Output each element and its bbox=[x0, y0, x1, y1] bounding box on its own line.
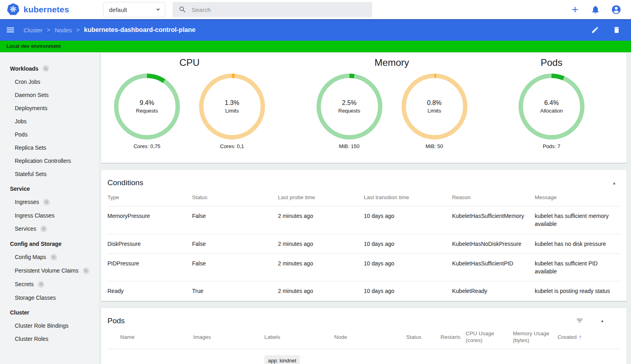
memory-title: Memory bbox=[375, 57, 409, 68]
column-header-actions bbox=[604, 327, 620, 349]
item-label: Jobs bbox=[15, 118, 27, 125]
breadcrumb-separator: > bbox=[76, 27, 79, 33]
column-header-transition: Last transition time bbox=[364, 189, 452, 206]
breadcrumb-nodes[interactable]: Nodes bbox=[55, 27, 72, 34]
conditions-title: Conditions bbox=[107, 178, 611, 187]
new-badge: N bbox=[40, 226, 47, 232]
cpu-chart-group: CPU 9.4% Requests bbox=[114, 57, 265, 149]
sidebar-section-workloads[interactable]: Workloads N bbox=[0, 62, 99, 75]
sidebar-item-replica-sets[interactable]: Replica Sets bbox=[0, 141, 99, 154]
breadcrumb-bar: Cluster > Nodes > kubernetes-dashboard-c… bbox=[0, 19, 631, 41]
namespace-selector[interactable]: default bbox=[103, 2, 165, 17]
add-icon[interactable] bbox=[570, 5, 580, 14]
search-input[interactable] bbox=[192, 6, 372, 13]
sidebar: Workloads N Cron Jobs Daemon Sets Deploy… bbox=[0, 52, 99, 364]
donut-footer: Pods: 7 bbox=[543, 143, 560, 149]
column-header-probe: Last probe time bbox=[278, 189, 364, 206]
column-header-images: Images bbox=[193, 327, 264, 349]
table-row: DiskPressure False 2 minutes ago 10 days… bbox=[107, 234, 620, 253]
sidebar-section-config-and-storage[interactable]: Config and Storage bbox=[0, 237, 99, 250]
cell-probe: 2 minutes ago bbox=[278, 206, 364, 234]
column-header-reason: Reason bbox=[452, 189, 535, 206]
filter-icon[interactable] bbox=[576, 317, 583, 324]
cell-message: kubelet has sufficient PID available bbox=[535, 254, 620, 281]
donut-percent: 0.8% bbox=[427, 99, 441, 107]
donut-label: Allocation bbox=[540, 108, 563, 114]
brand-title: kubernetes bbox=[24, 5, 69, 14]
sidebar-item-replication-controllers[interactable]: Replication Controllers bbox=[0, 154, 99, 167]
cell-status: False bbox=[192, 234, 278, 253]
sidebar-section-cluster[interactable]: Cluster bbox=[0, 306, 99, 319]
cell-reason: KubeletHasSufficientPID bbox=[452, 254, 535, 281]
sidebar-item-persistent-volume-claims[interactable]: Persistent Volume Claims N bbox=[0, 264, 99, 277]
item-label: Replica Sets bbox=[15, 144, 46, 151]
donut-label: Requests bbox=[338, 108, 360, 114]
table-row: kindnet-fmj8d docker.io/kindest/kindnetd… bbox=[107, 349, 620, 364]
edit-icon[interactable] bbox=[591, 26, 599, 34]
sidebar-item-config-maps[interactable]: Config Maps N bbox=[0, 250, 99, 264]
breadcrumb-cluster[interactable]: Cluster bbox=[24, 27, 43, 34]
table-row: Ready True 2 minutes ago 10 days ago Kub… bbox=[107, 281, 620, 301]
sidebar-item-secrets[interactable]: Secrets N bbox=[0, 277, 99, 291]
cell-type: Ready bbox=[107, 281, 192, 301]
collapse-icon[interactable]: ▲ bbox=[599, 317, 606, 324]
memory-requests-donut: 2.5% Requests MiB: 150 bbox=[316, 73, 383, 149]
sidebar-item-storage-classes[interactable]: Storage Classes bbox=[0, 291, 99, 304]
notifications-icon[interactable] bbox=[591, 5, 600, 14]
created-label: Created bbox=[558, 334, 577, 341]
account-icon[interactable] bbox=[611, 4, 621, 15]
kubernetes-logo[interactable]: kubernetes bbox=[0, 3, 99, 16]
search-bar bbox=[173, 2, 372, 17]
item-label: Ingresses bbox=[15, 199, 39, 205]
column-header-cpu: CPU Usage (cores) bbox=[466, 327, 513, 349]
sidebar-item-cron-jobs[interactable]: Cron Jobs bbox=[0, 75, 99, 88]
cell-probe: 2 minutes ago bbox=[278, 234, 364, 253]
cell-reason: KubeletHasSufficientMemory bbox=[452, 206, 535, 234]
menu-icon[interactable] bbox=[6, 25, 15, 35]
conditions-card: Conditions ▲ Type Status Last probe time… bbox=[101, 170, 627, 301]
column-header-created[interactable]: Created ↑ bbox=[558, 327, 604, 349]
pods-card-title: Pods bbox=[107, 317, 576, 325]
column-header-state bbox=[107, 327, 120, 349]
item-label: Secrets bbox=[15, 281, 34, 287]
pods-card: Pods ▲ Name Images Labels Node Status Re… bbox=[101, 308, 627, 364]
donut-footer: Cores: 0,1 bbox=[220, 143, 244, 149]
item-label: Stateful Sets bbox=[15, 171, 46, 177]
sidebar-item-deployments[interactable]: Deployments bbox=[0, 101, 99, 115]
cell-type: MemoryPressure bbox=[107, 206, 192, 234]
sidebar-item-stateful-sets[interactable]: Stateful Sets bbox=[0, 167, 99, 180]
donut-footer: MiB: 150 bbox=[339, 143, 359, 149]
cell-probe: 2 minutes ago bbox=[278, 281, 364, 301]
sidebar-section-service[interactable]: Service bbox=[0, 182, 99, 195]
new-badge: N bbox=[50, 254, 57, 261]
sidebar-item-jobs[interactable]: Jobs bbox=[0, 115, 99, 128]
cell-message: kubelet has no disk pressure bbox=[535, 234, 620, 253]
cpu-limits-donut: 1.3% Limits Cores: 0,1 bbox=[199, 73, 265, 149]
namespace-value: default bbox=[109, 6, 127, 13]
sidebar-item-cluster-role-bindings[interactable]: Cluster Role Bindings bbox=[0, 319, 99, 332]
sidebar-item-cluster-roles[interactable]: Cluster Roles bbox=[0, 332, 99, 345]
table-row: PIDPressure False 2 minutes ago 10 days … bbox=[107, 253, 620, 281]
sidebar-item-ingress-classes[interactable]: Ingress Classes bbox=[0, 209, 99, 222]
item-label: Cluster Role Bindings bbox=[15, 322, 69, 329]
sidebar-item-pods[interactable]: Pods bbox=[0, 128, 99, 141]
breadcrumb: Cluster > Nodes > kubernetes-dashboard-c… bbox=[24, 26, 195, 34]
collapse-icon[interactable]: ▲ bbox=[611, 179, 618, 187]
column-header-status: Status bbox=[406, 327, 441, 349]
column-header-memory: Memory Usage (bytes) bbox=[513, 327, 558, 349]
pods-table-header: Name Images Labels Node Status Restarts … bbox=[107, 327, 620, 349]
sidebar-item-services[interactable]: Services N bbox=[0, 222, 99, 235]
new-badge: N bbox=[43, 199, 50, 206]
cell-transition: 10 days ago bbox=[364, 254, 452, 281]
donut-label: Limits bbox=[225, 108, 239, 114]
conditions-table-header: Type Status Last probe time Last transit… bbox=[107, 189, 620, 206]
top-app-bar: kubernetes default bbox=[0, 0, 631, 19]
item-label: Config Maps bbox=[15, 254, 46, 260]
sidebar-item-ingresses[interactable]: Ingresses N bbox=[0, 195, 99, 209]
item-label: Persistent Volume Claims bbox=[15, 267, 79, 274]
sidebar-item-daemon-sets[interactable]: Daemon Sets bbox=[0, 88, 99, 101]
delete-icon[interactable] bbox=[613, 26, 621, 34]
cell-message: kubelet is posting ready status bbox=[535, 281, 620, 301]
section-label: Service bbox=[10, 186, 30, 192]
donut-percent: 6.4% bbox=[544, 99, 559, 107]
